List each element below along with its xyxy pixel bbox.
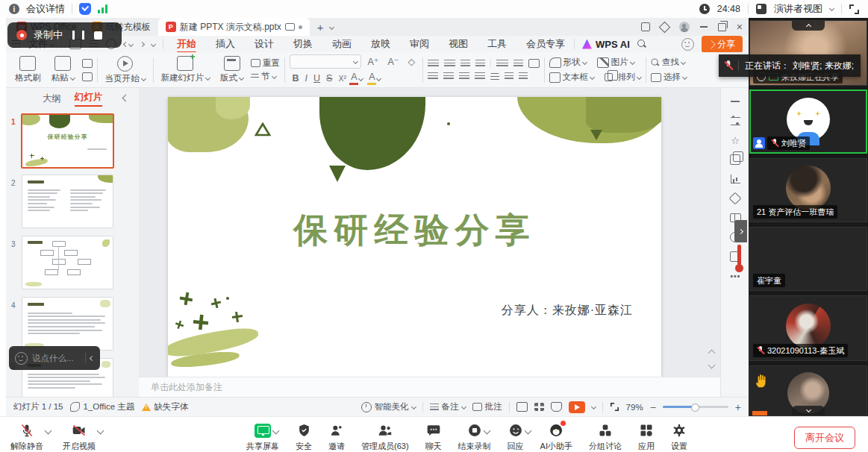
layers-icon[interactable] xyxy=(729,154,741,166)
leave-meeting-button[interactable]: 离开会议 xyxy=(794,427,855,449)
restore-button[interactable] xyxy=(718,23,726,31)
outline-tab[interactable]: 大纲 xyxy=(43,92,61,105)
slide-thumbnail-1[interactable]: 保研经验分享 xyxy=(21,113,114,169)
copy-icon[interactable] xyxy=(82,72,93,81)
align-left-icon[interactable] xyxy=(428,72,438,81)
manage-members-button[interactable]: 管理成员(63) xyxy=(361,422,409,452)
grow-font-button[interactable]: A⁺ xyxy=(365,56,381,67)
tab-list-chevron-icon[interactable] xyxy=(329,24,334,29)
share-button[interactable]: 分享 xyxy=(702,36,743,53)
video-options-chevron[interactable] xyxy=(97,427,104,435)
zoom-slider[interactable] xyxy=(663,406,728,408)
format-painter-button[interactable]: 格式刷 xyxy=(12,56,44,84)
settings-button[interactable]: 设置 xyxy=(671,422,687,452)
chat-quick-input[interactable]: 说点什么... xyxy=(9,346,100,370)
ribbon-tab-design[interactable]: 设计 xyxy=(253,37,275,51)
search-icon[interactable] xyxy=(637,40,646,48)
arrange-button[interactable]: 排列 xyxy=(605,72,641,83)
security-button[interactable]: 安全 xyxy=(296,422,312,452)
justify-icon[interactable] xyxy=(475,72,485,81)
scroll-down-icon[interactable] xyxy=(708,362,716,369)
ribbon-tab-insert[interactable]: 插入 xyxy=(214,37,237,51)
slideshow-play-button[interactable] xyxy=(569,401,585,413)
ribbon-tab-animation[interactable]: 动画 xyxy=(331,37,353,51)
ribbon-tab-home[interactable]: 开始 xyxy=(175,37,198,51)
select-button[interactable]: 选择 xyxy=(651,72,687,83)
redo-button[interactable] xyxy=(140,41,145,46)
collapse-panel-icon[interactable] xyxy=(122,95,130,102)
vertical-align-icon[interactable] xyxy=(505,72,513,81)
meeting-details-button[interactable]: 会议详情 xyxy=(26,2,65,16)
play-from-current-button[interactable]: 当页开始 xyxy=(102,56,149,84)
theme-indicator[interactable]: 1_Office 主题 xyxy=(70,401,134,412)
missing-font-warning[interactable]: 缺失字体 xyxy=(142,401,188,412)
line-spacing-icon[interactable] xyxy=(513,60,523,68)
slide-thumbnail-4[interactable] xyxy=(22,297,113,351)
share-options-chevron[interactable] xyxy=(272,427,280,435)
reading-view-icon[interactable] xyxy=(551,402,562,412)
find-button[interactable]: 查找 xyxy=(651,57,685,68)
wps-document-tab[interactable]: P 新建 PPTX 演示文稿.pptx xyxy=(158,18,310,36)
reaction-options-chevron[interactable] xyxy=(524,427,531,435)
superscript-button[interactable]: X² xyxy=(336,74,349,83)
shrink-font-button[interactable]: A⁻ xyxy=(385,56,402,67)
info-icon[interactable]: i xyxy=(9,4,19,14)
normal-view-icon[interactable] xyxy=(516,402,528,412)
paste-button[interactable]: 粘贴 xyxy=(49,56,78,84)
breakout-rooms-button[interactable]: 分组讨论 xyxy=(589,422,622,452)
ribbon-tab-review[interactable]: 审阅 xyxy=(408,37,431,51)
security-shield-icon[interactable] xyxy=(79,3,91,15)
comments-button[interactable]: 批注 xyxy=(472,401,502,412)
italic-button[interactable]: I xyxy=(302,73,310,84)
apps-button[interactable]: 应用 xyxy=(638,422,655,452)
collapse-chat-icon[interactable] xyxy=(90,355,95,360)
new-slide-button[interactable]: 新建幻灯片 xyxy=(158,56,213,84)
fit-slide-icon[interactable] xyxy=(611,403,619,411)
audio-options-chevron[interactable] xyxy=(45,427,52,435)
play-options-chevron[interactable] xyxy=(591,404,596,409)
numbered-list-icon[interactable] xyxy=(444,60,455,68)
feedback-icon[interactable] xyxy=(681,38,694,51)
emoji-icon[interactable] xyxy=(15,352,28,365)
invite-button[interactable]: 邀请 xyxy=(328,422,345,452)
unmute-button[interactable]: 解除静音 xyxy=(10,422,43,452)
picture-button[interactable]: 图片 xyxy=(597,57,634,68)
favorites-star-icon[interactable]: ☆ xyxy=(729,134,741,146)
account-avatar[interactable] xyxy=(679,22,690,32)
record-options-chevron[interactable] xyxy=(483,427,490,435)
properties-icon[interactable] xyxy=(729,115,741,127)
slides-tab[interactable]: 幻灯片 xyxy=(75,91,103,107)
zoom-in-button[interactable]: + xyxy=(735,401,741,413)
workspace-icon[interactable] xyxy=(641,22,650,31)
view-mode-selector[interactable]: 演讲者视图 xyxy=(774,2,822,16)
underline-button[interactable]: U xyxy=(311,73,323,84)
wps-ai-button[interactable]: WPS AI xyxy=(582,39,630,50)
slide-title[interactable]: 保研经验分享 xyxy=(168,207,661,254)
bold-button[interactable]: B xyxy=(290,73,302,84)
paragraph-settings-icon[interactable] xyxy=(519,72,528,81)
convert-smartart-icon[interactable] xyxy=(528,59,540,68)
minimize-button[interactable] xyxy=(700,26,708,28)
share-screen-button[interactable]: 共享屏幕 xyxy=(246,422,279,452)
zoom-out-button[interactable]: − xyxy=(650,401,656,413)
align-center-icon[interactable] xyxy=(443,72,454,81)
3d-viewer-icon[interactable] xyxy=(659,21,671,33)
close-button[interactable]: × xyxy=(737,21,743,33)
scroll-up-icon[interactable] xyxy=(708,350,716,357)
stop-recording-button[interactable] xyxy=(94,31,102,40)
notes-bar[interactable]: 单击此处添加备注 xyxy=(139,377,720,397)
design-tools-icon[interactable] xyxy=(729,192,741,204)
collapse-tile-notch[interactable] xyxy=(792,21,825,31)
bullet-list-icon[interactable] xyxy=(428,60,439,68)
reset-button[interactable]: 重置 xyxy=(251,57,280,69)
chart-helper-icon[interactable] xyxy=(729,173,741,185)
strike-button[interactable]: S xyxy=(324,73,335,84)
zoom-level[interactable]: 79% xyxy=(626,403,643,412)
reactions-button[interactable]: 回应 xyxy=(508,422,524,452)
slide-thumbnail-3[interactable] xyxy=(22,236,113,289)
ribbon-tab-transition[interactable]: 切换 xyxy=(292,37,314,51)
slide-presenter[interactable]: 分享人：来孜娜·亚森江 xyxy=(502,303,633,318)
ribbon-tab-view[interactable]: 视图 xyxy=(447,37,469,51)
text-direction-icon[interactable] xyxy=(496,60,508,68)
ribbon-tab-tools[interactable]: 工具 xyxy=(486,37,508,51)
